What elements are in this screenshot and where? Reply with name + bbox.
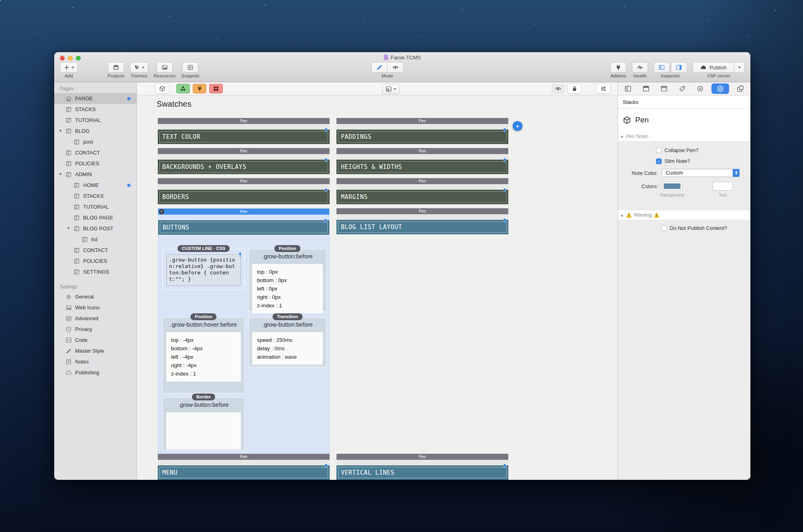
sidebar-item-admin-policies[interactable]: POLICIES — [54, 256, 137, 266]
sidebar-item-master-style[interactable]: Master Style — [54, 345, 137, 356]
sidebar-item-admin-stacks[interactable]: STACKS — [54, 191, 137, 201]
simulate-button[interactable] — [382, 84, 400, 94]
pen-buttons-selected[interactable]: ×Pen BUTTONS CUSTOM LINE · CSS .grow-but… — [158, 208, 330, 454]
tab-layout-sidebar[interactable] — [621, 83, 635, 94]
pen-header[interactable]: Pen — [336, 454, 508, 460]
pen-header[interactable]: Pen — [158, 178, 330, 184]
pin-icon[interactable] — [237, 252, 243, 258]
pen-backgrounds-overlays[interactable]: Pen BACKGROUNDS + OVERLAYS — [158, 148, 330, 174]
projects-button[interactable] — [108, 62, 124, 73]
stacks-library-button[interactable] — [155, 84, 169, 93]
substack-border[interactable]: Border .grow-button:before — [162, 394, 245, 451]
add-stack-button[interactable]: + — [513, 121, 522, 131]
pen-header[interactable]: Pen — [158, 454, 330, 460]
pen-notes-section-header[interactable]: ▼ Pen Notes — [618, 131, 750, 142]
pen-header[interactable]: Pen — [336, 118, 508, 124]
pen-header[interactable]: Pen — [336, 148, 508, 154]
collapse-pen-checkbox[interactable] — [656, 148, 662, 153]
pen-header[interactable]: Pen — [336, 178, 508, 184]
sidebar-item-tutorial[interactable]: TUTORIAL — [54, 115, 137, 126]
sidebar-item-post[interactable]: post — [54, 136, 137, 147]
sidebar-item-code[interactable]: Code — [54, 335, 137, 345]
sidebar-item-blog-page[interactable]: BLOG PAGE — [54, 212, 137, 223]
pen-menu[interactable]: Pen MENU — [158, 454, 330, 480]
pin-icon[interactable] — [501, 158, 508, 164]
pin-icon[interactable] — [501, 463, 508, 470]
pin-icon[interactable] — [322, 218, 329, 225]
pin-icon[interactable] — [323, 128, 329, 134]
inspector-left-panel-button[interactable] — [654, 62, 670, 73]
sidebar-item-admin-contact[interactable]: CONTACT — [54, 245, 137, 256]
pen-header-selected[interactable]: ×Pen — [158, 209, 329, 215]
grid-group-button[interactable] — [209, 84, 223, 93]
pen-margins[interactable]: Pen MARGINS — [336, 178, 508, 204]
disclosure-icon[interactable]: ▼ — [620, 135, 624, 139]
resources-button[interactable] — [157, 62, 173, 73]
css-code-box[interactable]: .grow-button {position:relative} .grow-b… — [166, 254, 241, 286]
pin-icon[interactable] — [501, 188, 508, 194]
tab-metadata[interactable] — [675, 83, 689, 94]
sidebar-item-general[interactable]: General — [54, 291, 137, 302]
addons-button[interactable] — [610, 62, 626, 73]
add-button[interactable] — [60, 62, 78, 73]
sidebar-item-contact[interactable]: CONTACT — [54, 147, 137, 158]
text-color-well[interactable] — [713, 182, 733, 191]
sidebar-item-blog[interactable]: ▼BLOG — [54, 126, 137, 136]
pin-icon[interactable] — [501, 128, 508, 134]
sidebar-item-list[interactable]: list — [54, 234, 137, 245]
warning-section-header[interactable]: ▼ Warning — [618, 210, 750, 220]
pen-paddings[interactable]: Pen PADDINGS — [336, 118, 508, 144]
tab-theme[interactable] — [693, 83, 707, 94]
pen-heights-widths[interactable]: Pen HEIGHTS & WIDTHS — [336, 148, 508, 174]
pen-vertical-lines[interactable]: Pen VERTICAL LINES — [336, 454, 508, 480]
sidebar-item-notes[interactable]: Notes — [54, 356, 137, 367]
sidebar-item-advanced[interactable]: Advanced — [54, 313, 137, 324]
note-color-select[interactable]: Custom — [662, 169, 740, 177]
sidebar-item-privacy[interactable]: Privacy — [54, 324, 137, 335]
edit-mode-button[interactable] — [371, 62, 387, 73]
disclosure-icon[interactable]: ▼ — [59, 129, 62, 133]
health-button[interactable] — [632, 62, 648, 73]
snippets-button[interactable] — [182, 62, 198, 73]
lock-button[interactable] — [568, 84, 581, 93]
substack-position-hover[interactable]: Position .grow-button:hover:before top :… — [162, 313, 245, 394]
stacks-group-button[interactable] — [176, 84, 190, 93]
pen-header[interactable]: Pen — [158, 148, 330, 154]
preview-mode-button[interactable] — [387, 62, 404, 73]
sidebar-item-blog-post[interactable]: ▼BLOG POST — [54, 223, 137, 234]
do-not-publish-checkbox[interactable] — [661, 225, 667, 231]
themes-button[interactable] — [130, 62, 148, 73]
pen-header[interactable]: Pen — [336, 208, 508, 214]
pin-icon[interactable] — [323, 188, 329, 194]
sidebar-item-admin[interactable]: ▼ADMIN — [54, 169, 137, 180]
sidebar-item-publishing[interactable]: Publishing — [54, 367, 137, 378]
disclosure-icon[interactable]: ▼ — [59, 173, 62, 176]
sidebar-item-policies[interactable]: POLICIES — [54, 158, 137, 169]
slim-note-checkbox[interactable]: ✓ — [656, 158, 662, 164]
pin-icon[interactable] — [323, 158, 329, 164]
sidebar-item-faroe[interactable]: FAROE — [54, 93, 137, 104]
pen-blog-list-layout[interactable]: Pen BLOG LIST LAYOUT — [336, 208, 508, 234]
tab-layout-banner[interactable] — [657, 83, 671, 94]
background-color-well[interactable] — [662, 182, 682, 191]
inspector-right-panel-button[interactable] — [671, 62, 687, 73]
pen-header[interactable]: Pen — [158, 118, 330, 124]
visibility-button[interactable] — [551, 84, 565, 93]
disclosure-icon[interactable]: ▼ — [620, 214, 624, 218]
canvas-settings-button[interactable] — [597, 84, 610, 93]
publish-menu-button[interactable] — [734, 62, 745, 73]
substack-transition[interactable]: Transition .grow-button:before speed : 2… — [248, 313, 327, 367]
tab-stack-settings[interactable] — [711, 83, 729, 94]
close-icon[interactable]: × — [159, 209, 164, 214]
sidebar-item-web-icons[interactable]: Web Icons — [54, 302, 137, 313]
substack-custom-css[interactable]: CUSTOM LINE · CSS .grow-button {position… — [162, 245, 245, 290]
sidebar-item-admin-tutorial[interactable]: TUTORIAL — [54, 201, 137, 212]
plugins-group-button[interactable] — [193, 84, 206, 93]
publish-button[interactable]: Publish — [693, 62, 734, 73]
substack-position-before[interactable]: Position .grow-button:before top : 0px b… — [248, 245, 327, 312]
sidebar-item-admin-home[interactable]: HOME — [54, 180, 137, 191]
tab-layout-header[interactable] — [639, 83, 653, 94]
disclosure-icon[interactable]: ▼ — [67, 227, 70, 230]
sidebar-item-settings-page[interactable]: SETTINGS — [54, 266, 137, 277]
tab-templates[interactable] — [734, 83, 747, 94]
